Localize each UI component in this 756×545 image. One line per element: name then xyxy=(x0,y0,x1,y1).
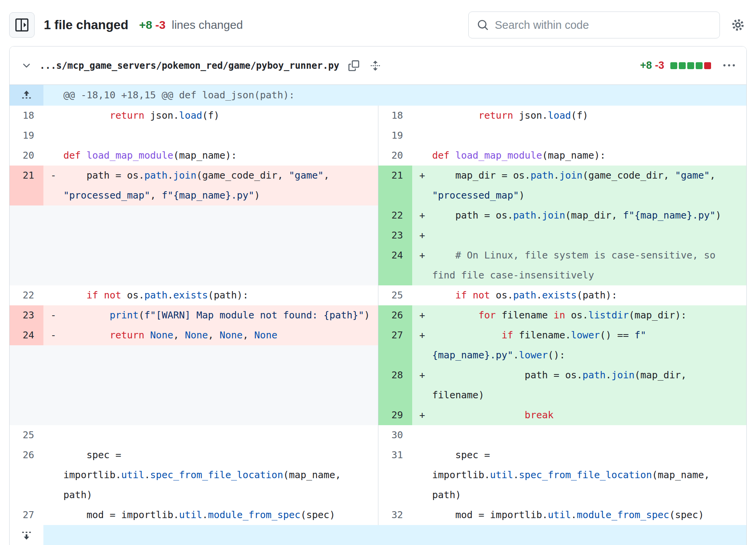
diff-row: 18 return json.load(f) xyxy=(10,106,378,126)
diff-row: 22 if not os.path.exists(path): xyxy=(10,285,378,305)
diff-new-side: 21+ map_dir = os.path.join(game_code_dir… xyxy=(378,166,746,285)
diff-marker: + xyxy=(412,325,432,365)
diff-marker: + xyxy=(412,245,432,285)
search-input[interactable] xyxy=(495,19,711,31)
code-line xyxy=(432,126,746,146)
files-changed-title: 1 file changed xyxy=(44,18,128,32)
diff-marker: - xyxy=(43,166,63,205)
line-number[interactable]: 28 xyxy=(378,365,412,405)
copy-path-button[interactable] xyxy=(347,59,361,73)
file-path[interactable]: ...s/mcp_game_servers/pokemon_red/game/p… xyxy=(40,60,339,71)
line-number[interactable]: 19 xyxy=(10,126,43,146)
line-number[interactable]: 25 xyxy=(10,425,43,445)
line-number[interactable]: 18 xyxy=(378,106,412,126)
chevron-down-icon xyxy=(21,60,32,71)
diff-row: 26 spec = importlib.util.spec_from_file_… xyxy=(10,445,378,505)
line-number[interactable]: 27 xyxy=(378,325,412,365)
diff-marker: + xyxy=(412,205,432,225)
diff-marker xyxy=(412,445,432,505)
code-line xyxy=(63,126,378,146)
diff-row: 23+ xyxy=(378,225,746,245)
diff-marker xyxy=(412,106,432,126)
diff-row: 29+ break xyxy=(378,405,746,425)
line-number[interactable]: 19 xyxy=(378,126,412,146)
line-number[interactable]: 30 xyxy=(378,425,412,445)
diff-line-pair: 1919 xyxy=(10,126,746,146)
diff-line-pair: 18 return json.load(f)18 return json.loa… xyxy=(10,106,746,126)
diff-old-side: 18 return json.load(f) xyxy=(10,106,378,126)
empty-filler xyxy=(10,205,378,285)
line-number[interactable]: 20 xyxy=(10,146,43,166)
code-line: return None, None, None, None xyxy=(63,325,378,345)
diff-new-side: 18 return json.load(f) xyxy=(378,106,746,126)
file-tree-toggle-button[interactable] xyxy=(9,12,35,38)
expand-down-button[interactable] xyxy=(10,525,43,545)
expand-file-button[interactable] xyxy=(368,59,382,73)
line-number[interactable]: 22 xyxy=(10,285,43,305)
diff-marker xyxy=(412,505,432,525)
diff-marker xyxy=(43,505,63,525)
line-number[interactable]: 18 xyxy=(10,106,43,126)
unfold-icon xyxy=(370,60,381,71)
diff-marker: + xyxy=(412,225,432,245)
line-number[interactable]: 27 xyxy=(10,505,43,525)
diff-marker xyxy=(412,126,432,146)
diff-marker xyxy=(412,146,432,166)
diff-row: 24- return None, None, None, None xyxy=(10,325,378,345)
diff-stat-square-addition xyxy=(696,62,703,69)
diff-new-side: 26+ for filename in os.listdir(map_dir):… xyxy=(378,305,746,425)
code-line: path = os.path.join(map_dir, filename) xyxy=(432,365,746,405)
diff-new-side: 20def load_map_module(map_name): xyxy=(378,146,746,166)
diff-row: 25 if not os.path.exists(path): xyxy=(378,285,746,305)
line-number[interactable]: 24 xyxy=(10,325,43,345)
diff-stat-square-addition xyxy=(670,62,677,69)
code-line: if filename.lower() == f"{map_name}.py".… xyxy=(432,325,746,365)
file-header-right: +8 -3 xyxy=(640,58,736,73)
diff-marker xyxy=(43,445,63,505)
diff-marker: + xyxy=(412,365,432,405)
diff-marker xyxy=(412,285,432,305)
diff-marker: + xyxy=(412,305,432,325)
diff-line-pair: 2530 xyxy=(10,425,746,445)
search-box xyxy=(468,12,720,38)
total-deletions: -3 xyxy=(155,18,166,31)
code-line: spec = importlib.util.spec_from_file_loc… xyxy=(432,445,746,505)
line-number[interactable]: 24 xyxy=(378,245,412,285)
diff-row: 32 mod = importlib.util.module_from_spec… xyxy=(378,505,746,525)
diff-old-side: 25 xyxy=(10,425,378,445)
diff-old-side: 19 xyxy=(10,126,378,146)
file-deletions: -3 xyxy=(655,60,664,71)
diff-row: 23- print(f"[WARN] Map module not found:… xyxy=(10,305,378,325)
diff-line-pair: 27 mod = importlib.util.module_from_spec… xyxy=(10,505,746,525)
diff-old-side: 23- print(f"[WARN] Map module not found:… xyxy=(10,305,378,425)
line-number[interactable]: 32 xyxy=(378,505,412,525)
line-number[interactable]: 23 xyxy=(378,225,412,245)
line-number[interactable]: 22 xyxy=(378,205,412,225)
diff-marker xyxy=(43,425,63,445)
line-number[interactable]: 20 xyxy=(378,146,412,166)
diff-stat-square-addition xyxy=(687,62,694,69)
line-number[interactable]: 26 xyxy=(378,305,412,325)
diff-settings-button[interactable] xyxy=(729,16,747,34)
expand-up-button[interactable] xyxy=(10,85,43,106)
diff-new-side: 31 spec = importlib.util.spec_from_file_… xyxy=(378,445,746,505)
diff-row: 31 spec = importlib.util.spec_from_file_… xyxy=(378,445,746,505)
lines-changed-label: lines changed xyxy=(172,18,243,31)
diff-row: 28+ path = os.path.join(map_dir, filenam… xyxy=(378,365,746,405)
line-number[interactable]: 25 xyxy=(378,285,412,305)
line-number[interactable]: 29 xyxy=(378,405,412,425)
line-number[interactable]: 23 xyxy=(10,305,43,325)
line-number[interactable]: 26 xyxy=(10,445,43,505)
diff-marker: + xyxy=(412,166,432,205)
diff-marker xyxy=(43,146,63,166)
collapse-file-button[interactable] xyxy=(20,59,33,73)
line-number[interactable]: 21 xyxy=(10,166,43,205)
line-number[interactable]: 31 xyxy=(378,445,412,505)
code-line: # On Linux, file system is case-sensitiv… xyxy=(432,245,746,285)
diff-row: 27 mod = importlib.util.module_from_spec… xyxy=(10,505,378,525)
line-number[interactable]: 21 xyxy=(378,166,412,205)
code-line: mod = importlib.util.module_from_spec(sp… xyxy=(63,505,378,525)
diff-row: 19 xyxy=(10,126,378,146)
diff-new-side: 25 if not os.path.exists(path): xyxy=(378,285,746,305)
file-options-kebab-button[interactable] xyxy=(722,58,736,73)
